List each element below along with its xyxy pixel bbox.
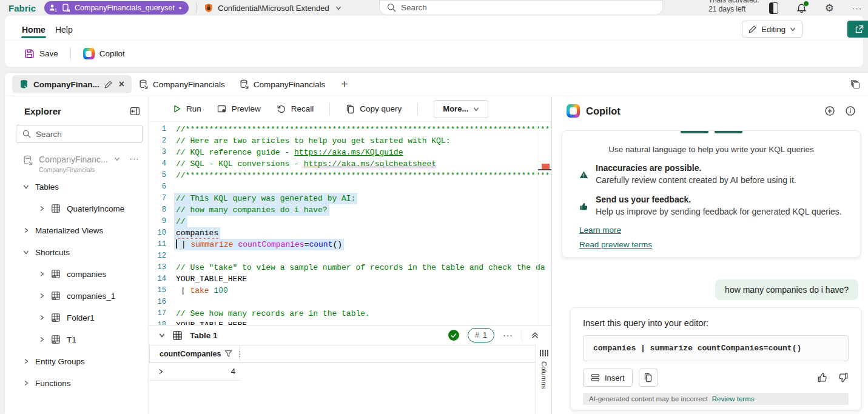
chevron-down-icon[interactable] — [23, 249, 29, 255]
run-button[interactable]: Run — [172, 104, 201, 113]
doc-tab-3[interactable]: CompanyFinancials — [232, 75, 333, 93]
recall-button[interactable]: Recall — [277, 104, 314, 113]
code-line[interactable]: 18YOUR_TABLE_HERE — [149, 319, 551, 325]
more-options-icon[interactable]: ··· — [852, 4, 862, 13]
chevron-right-icon[interactable] — [39, 315, 45, 321]
new-tab-button[interactable]: + — [341, 78, 348, 92]
node-more-icon[interactable]: ··· — [130, 154, 140, 163]
info-icon[interactable] — [845, 105, 856, 116]
code-line[interactable]: 13// Use "take" to view a sample number … — [149, 262, 551, 273]
chevron-down-icon[interactable] — [114, 156, 120, 162]
collapse-results-icon[interactable] — [159, 332, 165, 338]
tree-item-companies[interactable]: companies — [5, 263, 149, 285]
editing-mode-button[interactable]: Editing — [742, 21, 802, 38]
table-icon — [51, 204, 61, 213]
notifications-bell-icon[interactable] — [796, 3, 807, 13]
explorer-search-input[interactable]: Search — [16, 125, 143, 143]
suggested-query-code[interactable]: companies | summarize countCompanies=cou… — [583, 335, 849, 361]
chevron-right-icon[interactable] — [23, 358, 29, 364]
divider — [70, 47, 71, 61]
tree-item-companies-1[interactable]: companies_1 — [5, 285, 149, 307]
more-menu-button[interactable]: More... — [434, 100, 488, 118]
code-line[interactable]: 11 | summarize countCompanies=count() — [149, 239, 551, 250]
code-line[interactable]: 6 — [149, 181, 551, 193]
thumb-up-filled-icon — [579, 195, 588, 217]
code-line[interactable]: 5//*************************************… — [149, 170, 551, 181]
tree-group-entity-groups[interactable]: Entity Groups — [5, 350, 149, 372]
result-table-name[interactable]: Table 1 — [190, 331, 218, 340]
chevron-right-icon[interactable] — [23, 380, 29, 386]
insert-button[interactable]: Insert — [583, 369, 633, 387]
expand-panel-icon[interactable] — [531, 331, 539, 339]
thumb-down-icon[interactable] — [838, 372, 849, 383]
chevron-right-icon[interactable] — [39, 293, 45, 299]
tree-group-shortcuts[interactable]: Shortcuts — [5, 241, 149, 263]
code-line[interactable]: 4// SQL - KQL conversions - https://aka.… — [149, 158, 551, 170]
global-search-input[interactable]: Search — [379, 0, 663, 15]
review-terms-link[interactable]: Review terms — [712, 395, 755, 402]
sensitivity-label[interactable]: Confidential\Microsoft Extended — [204, 3, 341, 13]
result-row[interactable]: 4 — [149, 362, 240, 381]
chevron-right-icon[interactable] — [39, 336, 45, 342]
doc-tab-active[interactable]: CompanyFinan... × — [12, 75, 132, 93]
columns-side-tab[interactable]: Columns — [536, 344, 551, 414]
doc-tab-2[interactable]: CompanyFinancials — [132, 75, 232, 93]
record-count-badge[interactable]: # 1 — [468, 328, 494, 342]
collapse-pane-icon[interactable] — [130, 106, 140, 116]
thumb-up-icon[interactable] — [817, 372, 828, 383]
code-editor[interactable]: 1//*************************************… — [149, 122, 551, 325]
results-more-icon[interactable]: ··· — [503, 330, 513, 340]
code-line[interactable]: 1//*************************************… — [149, 124, 551, 135]
app-person-icon: 1 — [49, 4, 58, 12]
save-button[interactable]: Save — [18, 45, 64, 62]
new-chat-icon[interactable] — [824, 105, 835, 116]
tree-group-materialized-views[interactable]: Materialized Views — [5, 219, 149, 241]
scrollbar-track[interactable] — [537, 122, 538, 325]
tree-group-functions[interactable]: Functions — [5, 372, 149, 394]
read-preview-terms-link[interactable]: Read preview terms — [579, 240, 652, 249]
copilot-button[interactable]: Copilot — [77, 44, 131, 63]
filter-funnel-icon[interactable] — [224, 350, 232, 358]
code-line[interactable]: 2// Here are two articles to help you ge… — [149, 135, 551, 147]
shield-lock-icon — [204, 3, 214, 13]
database-node[interactable]: CompanyFinanc... CompanyFinancials ··· — [5, 148, 149, 176]
copy-query-button[interactable]: Copy query — [346, 104, 402, 114]
code-line[interactable]: 12 — [149, 250, 551, 262]
chevron-down-icon[interactable] — [23, 184, 29, 190]
share-button[interactable]: Share — [847, 21, 868, 38]
code-line[interactable]: 14YOUR_TABLE_HERE — [149, 273, 551, 285]
column-header-countcompanies[interactable]: countCompanies ⋮ — [149, 346, 240, 362]
code-line[interactable]: 7// This KQL query was generated by AI: — [149, 193, 551, 204]
learn-more-link[interactable]: Learn more — [579, 225, 621, 235]
tree-group-tables[interactable]: Tables — [5, 176, 149, 198]
welcome-item-feedback: Send us your feedback. Help us improve b… — [565, 195, 858, 217]
workspace-pill[interactable]: 1 CompanyFinancials_queryset • — [44, 1, 189, 15]
panel-toggle-icon[interactable] — [769, 2, 778, 14]
code-line[interactable]: 8// how many companies do i have? — [149, 204, 551, 216]
tab-list-icon[interactable] — [850, 79, 861, 90]
settings-gear-icon[interactable]: ⚙ — [825, 3, 834, 13]
column-menu-icon[interactable]: ⋮ — [236, 350, 243, 358]
tab-help[interactable]: Help — [50, 20, 78, 40]
tree-item-quaterlyincome[interactable]: QuaterlyIncome — [5, 198, 149, 219]
tab-home[interactable]: Home — [17, 20, 50, 40]
rename-pencil-icon[interactable] — [104, 80, 113, 88]
chevron-right-icon[interactable] — [23, 227, 29, 233]
chevron-right-icon[interactable] — [39, 271, 45, 277]
chevron-right-icon[interactable] — [39, 205, 45, 212]
code-line[interactable]: 10companies — [149, 227, 551, 239]
row-expand-icon[interactable] — [158, 369, 164, 375]
code-line[interactable]: 3// KQL reference guide - https://aka.ms… — [149, 147, 551, 158]
copy-code-button[interactable] — [639, 369, 658, 387]
code-line[interactable]: 9// — [149, 216, 551, 227]
code-line[interactable]: 16 — [149, 296, 551, 308]
fabric-logo[interactable]: Fabric — [8, 3, 36, 13]
close-tab-icon[interactable]: × — [119, 79, 124, 89]
preview-button[interactable]: Preview — [217, 104, 261, 113]
code-line[interactable]: 17// See how many records are in the tab… — [149, 308, 551, 319]
divider — [329, 102, 330, 116]
line-number: 12 — [149, 250, 176, 262]
tree-item-folder1[interactable]: Folder1 — [5, 307, 149, 329]
tree-item-t1[interactable]: T1 — [5, 329, 149, 350]
code-line[interactable]: 15 | take 100 — [149, 285, 551, 296]
